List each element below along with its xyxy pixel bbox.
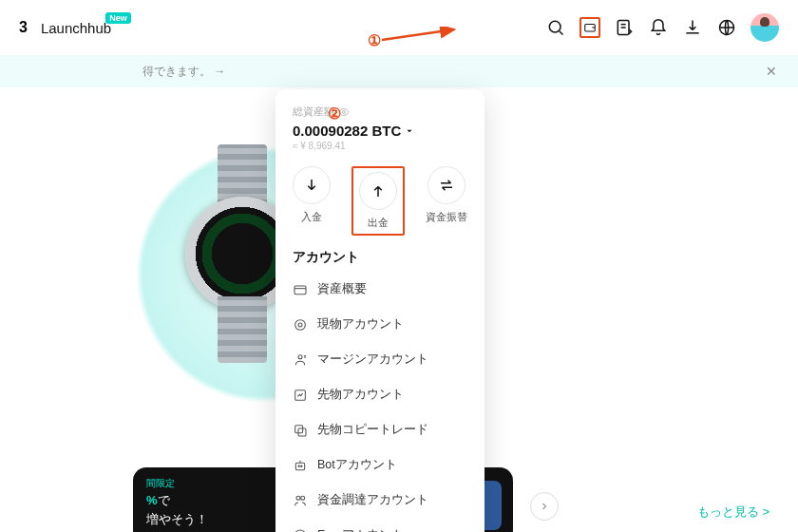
- copy-trade-icon: [293, 423, 308, 438]
- menu-copy-trade[interactable]: 先物コピートレード: [276, 412, 484, 447]
- close-icon[interactable]: ✕: [766, 64, 777, 79]
- menu-futures[interactable]: 先物アカウント: [276, 377, 484, 412]
- svg-point-7: [343, 110, 346, 113]
- wallet-icon[interactable]: [580, 17, 600, 38]
- svg-line-21: [382, 29, 454, 40]
- svg-line-1: [560, 31, 563, 35]
- svg-point-17: [301, 466, 302, 466]
- total-assets-fiat: ≈ ¥ 8,969.41: [293, 141, 467, 151]
- search-icon[interactable]: [545, 17, 566, 38]
- menu-earn[interactable]: Earnアカウント: [276, 518, 484, 532]
- info-banner: 得できます。 → ✕: [0, 55, 798, 87]
- spot-icon: [293, 317, 308, 332]
- svg-point-19: [301, 496, 305, 500]
- menu-spot[interactable]: 現物アカウント: [276, 307, 484, 342]
- arrow-up-icon: [370, 182, 387, 200]
- svg-point-11: [298, 354, 302, 358]
- caret-down-icon[interactable]: [405, 126, 414, 136]
- header-left-char: 3: [19, 19, 28, 36]
- orders-icon[interactable]: [614, 17, 635, 38]
- margin-icon: [293, 352, 308, 368]
- new-badge: New: [105, 12, 131, 24]
- deposit-label: 入金: [301, 210, 322, 224]
- account-section-title: アカウント: [276, 249, 484, 266]
- wallet-actions: 入金 出金 資金振替: [293, 166, 467, 236]
- svg-point-16: [298, 466, 299, 466]
- annotation-2: ②: [328, 104, 341, 123]
- deposit-button[interactable]: 入金: [293, 166, 331, 236]
- carousel-next-button[interactable]: [530, 492, 559, 521]
- svg-rect-15: [295, 463, 304, 469]
- bot-icon: [293, 458, 308, 473]
- globe-icon[interactable]: [716, 17, 737, 38]
- annotation-1: ①: [368, 31, 381, 49]
- total-assets-value: 0.00090282 BTC: [293, 123, 467, 139]
- download-icon[interactable]: [682, 17, 703, 38]
- menu-funding[interactable]: 資金調達アカウント: [276, 483, 484, 518]
- menu-overview[interactable]: 資産概要: [276, 272, 484, 307]
- svg-point-18: [296, 496, 300, 500]
- svg-point-10: [298, 323, 302, 327]
- svg-point-0: [549, 21, 560, 32]
- main-content: 間限定 %で 増やそう！ 7日 ₮ もっと見る > 総資産額 0.0009028…: [0, 87, 798, 532]
- banner-text: 得できます。 →: [142, 64, 225, 80]
- withdraw-button[interactable]: 出金: [352, 166, 405, 236]
- wallet-dropdown: 総資産額 0.00090282 BTC ≈ ¥ 8,969.41 入金 出金: [276, 89, 484, 532]
- menu-bot[interactable]: Botアカウント: [276, 447, 484, 483]
- nav-launchhub[interactable]: Launchhub: [41, 20, 111, 36]
- transfer-icon: [438, 177, 455, 194]
- total-assets-label: 総資産額: [293, 104, 467, 119]
- menu-margin[interactable]: マージンアカウント: [276, 342, 484, 377]
- transfer-label: 資金振替: [426, 210, 467, 224]
- bell-icon[interactable]: [648, 17, 669, 38]
- earn-icon: [293, 528, 308, 533]
- annotation-arrow: [380, 27, 466, 46]
- arrow-down-icon: [303, 177, 320, 194]
- wallet-overview-icon: [293, 282, 308, 297]
- svg-point-9: [295, 319, 306, 330]
- account-menu: 資産概要 現物アカウント マージンアカウント 先物アカウント 先物コピートレード…: [276, 272, 484, 532]
- futures-icon: [293, 388, 308, 403]
- more-link[interactable]: もっと見る >: [697, 504, 770, 521]
- header-right: [545, 13, 779, 42]
- transfer-button[interactable]: 資金振替: [426, 166, 467, 236]
- withdraw-label: 出金: [368, 216, 389, 230]
- svg-rect-8: [294, 286, 306, 294]
- funding-icon: [293, 493, 308, 508]
- avatar[interactable]: [750, 13, 779, 42]
